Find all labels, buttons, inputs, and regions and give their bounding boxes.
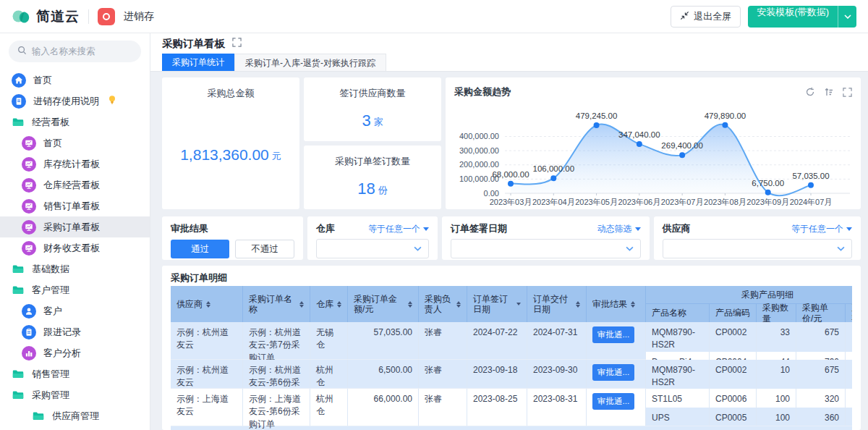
- sort-icon[interactable]: [337, 301, 341, 308]
- svg-text:0.00: 0.00: [484, 189, 499, 198]
- column-header-5[interactable]: 订单签订日期: [467, 286, 527, 322]
- filter-caret-icon[interactable]: [516, 303, 521, 305]
- table-row-0[interactable]: 示例：杭州道友云示例：杭州道友云-第7份采购订单无锡仓57,035.00张睿20…: [171, 322, 852, 360]
- product-cell-code: CP0002: [710, 360, 757, 389]
- sign-date-select[interactable]: [451, 239, 641, 258]
- svg-text:2023年07月: 2023年07月: [661, 198, 704, 206]
- sort-icon[interactable]: [408, 301, 412, 308]
- sidebar-item-16[interactable]: 供应商管理: [0, 405, 150, 426]
- app-name: 进销存: [124, 10, 154, 23]
- chart-fullscreen-icon[interactable]: [843, 88, 852, 97]
- cell-owner: 张睿: [419, 360, 467, 388]
- dashboard-icon: [22, 241, 36, 256]
- sidebar-item-1[interactable]: 进销存使用说明: [0, 90, 150, 111]
- product-column-header-0[interactable]: 产品名称: [646, 304, 710, 322]
- sidebar-item-15[interactable]: 采购管理: [0, 384, 150, 405]
- product-column-header-2[interactable]: 采购数量: [757, 304, 796, 322]
- sidebar-item-label: 客户: [43, 305, 62, 318]
- refresh-icon[interactable]: [805, 87, 815, 97]
- folder-icon: [12, 368, 25, 381]
- sidebar-item-14[interactable]: 销售管理: [0, 363, 150, 384]
- product-column-header-4[interactable]: 产品金额: [846, 304, 852, 322]
- sidebar-item-11[interactable]: 客户: [0, 300, 150, 321]
- cell-amount: 66,000.00: [348, 389, 419, 426]
- search-input[interactable]: 输入名称来搜索: [9, 41, 141, 62]
- cell-approval: 审批通...: [587, 322, 646, 359]
- column-header-3[interactable]: 采购订单金额/元: [348, 286, 419, 322]
- app-badge-icon: [98, 8, 115, 25]
- sidebar-item-17[interactable]: 供应商信息: [0, 426, 150, 430]
- product-cell-extra: [846, 408, 852, 426]
- product-cell-qty: 10: [757, 360, 796, 389]
- sidebar-item-8[interactable]: 财务收支看板: [0, 237, 150, 258]
- sidebar-item-label: 库存统计看板: [43, 158, 100, 171]
- product-cell-code: CP0005: [710, 408, 757, 426]
- exit-fullscreen-button[interactable]: 退出全屏: [671, 6, 741, 28]
- supplier-operator-link[interactable]: 等于任意一个: [791, 223, 852, 235]
- sidebar-item-0[interactable]: 首页: [0, 69, 150, 90]
- sidebar-item-label: 财务收支看板: [43, 242, 100, 255]
- cell-warehouse: 杭州仓: [310, 389, 348, 426]
- sort-icon[interactable]: [576, 301, 580, 308]
- warehouse-operator-link[interactable]: 等于任意一个: [368, 223, 429, 235]
- product-column-header-3[interactable]: 采购单价/元: [796, 304, 846, 322]
- dashboard-icon: [22, 136, 36, 151]
- warehouse-select[interactable]: [316, 239, 429, 258]
- sidebar-item-10[interactable]: 客户管理: [0, 279, 150, 300]
- column-header-2[interactable]: 仓库: [310, 286, 348, 322]
- column-header-1[interactable]: 采购订单名称: [243, 286, 310, 322]
- table-title: 采购订单明细: [171, 271, 852, 286]
- sidebar-item-3[interactable]: 首页: [0, 132, 150, 153]
- column-header-4[interactable]: 采购负责人: [419, 286, 467, 322]
- cell-warehouse: 杭州仓: [310, 360, 348, 388]
- filter-supplier: 供应商 等于任意一个: [654, 216, 861, 260]
- approval-status-button[interactable]: 审批通...: [592, 364, 634, 381]
- sort-icon[interactable]: [206, 301, 210, 308]
- fullscreen-expand-icon[interactable]: [232, 37, 242, 50]
- supplier-select[interactable]: [663, 239, 853, 258]
- sidebar-item-13[interactable]: 客户分析: [0, 342, 150, 363]
- sidebar-item-2[interactable]: 经营看板: [0, 111, 150, 132]
- cell-delivery_date: 2024-07-31: [527, 322, 587, 359]
- install-template-button[interactable]: 安装模板(带数据): [748, 6, 856, 28]
- svg-text:2023年06月: 2023年06月: [618, 198, 660, 206]
- sort-icon[interactable]: [631, 301, 635, 308]
- sort-icon[interactable]: [456, 301, 461, 308]
- column-header-6[interactable]: 订单交付日期: [527, 286, 587, 322]
- approval-pass-button[interactable]: 通过: [171, 240, 229, 258]
- tab-0-active[interactable]: 采购订单统计: [162, 54, 234, 71]
- approval-fail-button[interactable]: 不通过: [235, 240, 294, 258]
- stat-card-total-amount: 采购总金额 1,813,360.00 元: [162, 77, 299, 209]
- column-header-7[interactable]: 审批结果: [587, 286, 646, 322]
- sign-date-operator-link[interactable]: 动态筛选: [597, 223, 641, 235]
- install-dropdown-caret[interactable]: [838, 6, 856, 28]
- logo-leaf-icon: [12, 7, 31, 27]
- jiandaoyun-logo[interactable]: 简道云: [12, 7, 80, 27]
- sidebar-item-4[interactable]: 库存统计看板: [0, 153, 150, 174]
- table-row-1[interactable]: 示例：杭州道友云示例：杭州道友云-第6份采购订单杭州仓6,500.00张睿202…: [171, 360, 852, 389]
- divider: [88, 9, 89, 24]
- approval-status-button[interactable]: 审批通...: [592, 326, 634, 343]
- folder-icon: [12, 389, 25, 402]
- table-row-2[interactable]: 示例：上海道友云示例：上海道友云-第6份采购订单杭州仓66,000.00张睿20…: [171, 389, 852, 426]
- main-panel: 采购订单看板 采购订单统计采购订单-入库-退货-对账执行跟踪 采购总金额 1,8…: [150, 33, 868, 430]
- product-sub-row: MQM8790-HS2RCP000210675: [646, 360, 852, 389]
- sidebar-item-9[interactable]: 基础数据: [0, 258, 150, 279]
- product-cell-qty: 33: [757, 322, 796, 352]
- tab-1[interactable]: 采购订单-入库-退货-对账执行跟踪: [234, 54, 386, 71]
- sidebar-item-7-selected[interactable]: 采购订单看板: [0, 216, 150, 237]
- sidebar-item-label: 客户管理: [32, 284, 69, 297]
- approval-status-button[interactable]: 审批通...: [592, 393, 634, 410]
- sort-settings-icon[interactable]: [824, 87, 834, 97]
- product-group-header: 采购产品明细 产品名称产品编码采购数量采购单价/元产品金额: [646, 286, 852, 322]
- column-header-0[interactable]: 供应商: [171, 286, 243, 322]
- order-detail-table-card: 采购订单明细 供应商采购订单名称仓库采购订单金额/元采购负责人订单签订日期订单交…: [162, 266, 861, 430]
- sort-icon[interactable]: [299, 301, 304, 308]
- sidebar-item-5[interactable]: 仓库经营看板: [0, 174, 150, 195]
- cell-approval: 审批通...: [587, 360, 646, 388]
- svg-text:200,000.00: 200,000.00: [459, 160, 499, 169]
- sidebar-item-6[interactable]: 销售订单看板: [0, 195, 150, 216]
- product-cell-extra: [846, 389, 852, 408]
- product-column-header-1[interactable]: 产品编码: [710, 304, 757, 322]
- sidebar-item-12[interactable]: 跟进记录: [0, 321, 150, 342]
